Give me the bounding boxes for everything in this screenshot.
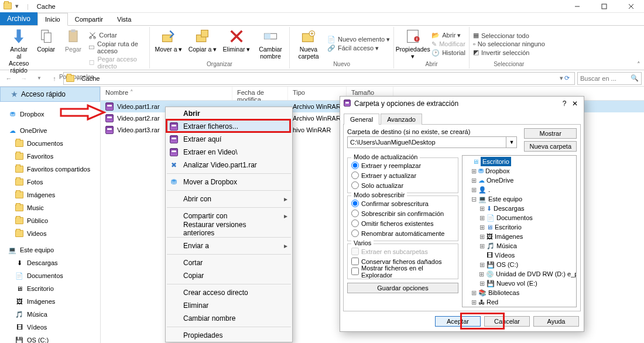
dropdown-icon[interactable]: ▾ bbox=[560, 74, 563, 82]
historial-button[interactable]: 🕑Historial bbox=[431, 49, 465, 57]
tab-general[interactable]: General bbox=[344, 114, 379, 125]
tree-dot[interactable]: ⊞👤. bbox=[464, 185, 575, 194]
sidebar-item[interactable]: Fotos bbox=[0, 176, 100, 188]
column-nombre[interactable]: Nombre ˄ bbox=[101, 87, 232, 100]
cambiar-nombre-button[interactable]: Cambiar nombre bbox=[255, 27, 286, 61]
maximize-button[interactable] bbox=[591, 0, 617, 13]
tree-documentos[interactable]: ⊞📄Documentos bbox=[464, 213, 575, 222]
sidebar-item[interactable]: Music bbox=[0, 201, 100, 214]
search-input[interactable]: Buscar en ... 🔍 bbox=[577, 72, 642, 85]
ctx-abrir[interactable]: Abrir bbox=[166, 107, 292, 120]
tree-onedrive[interactable]: ⊞☁OneDrive bbox=[464, 176, 575, 185]
tab-inicio[interactable]: Inicio bbox=[37, 13, 68, 26]
ctx-propiedades[interactable]: Propiedades bbox=[166, 329, 292, 342]
copiar-a-button[interactable]: Copiar a ▾ bbox=[187, 27, 218, 61]
tree-escritorio2[interactable]: ⊞🖥Escritorio bbox=[464, 222, 575, 232]
cortar-button[interactable]: Cortar bbox=[88, 31, 146, 39]
sidebar-item[interactable]: Videos bbox=[0, 227, 100, 240]
tree-nuevo-vol[interactable]: ⊞💾Nuevo vol (E:) bbox=[464, 279, 575, 288]
tree-imagenes[interactable]: ⊞🖼Imágenes bbox=[464, 232, 575, 241]
tree-musica[interactable]: ⊞🎵Música bbox=[464, 241, 575, 251]
tree-os[interactable]: ⊞💾OS (C:) bbox=[464, 260, 575, 269]
mostrar-button[interactable]: Mostrar bbox=[524, 128, 577, 139]
ctx-copiar[interactable]: Copiar bbox=[166, 269, 292, 282]
sidebar-item[interactable]: 💾OS (C:) bbox=[0, 334, 100, 343]
radio-solo-actualizar[interactable]: Solo actualizar bbox=[351, 180, 454, 190]
refresh-icon[interactable]: ⟳ bbox=[564, 74, 570, 82]
sidebar-item-onedrive[interactable]: ☁OneDrive bbox=[0, 124, 100, 137]
column-tipo[interactable]: Tipo bbox=[288, 87, 347, 100]
collapse-ribbon-icon[interactable]: ˄ bbox=[637, 61, 640, 68]
sidebar-item[interactable]: 🎞Vídeos bbox=[0, 321, 100, 334]
nueva-carpeta-button[interactable]: Nueva carpeta bbox=[293, 27, 324, 61]
ctx-cortar[interactable]: Cortar bbox=[166, 256, 292, 269]
copiar-ruta-button[interactable]: Copiar ruta de acceso bbox=[88, 40, 146, 54]
mover-button[interactable]: Mover a ▾ bbox=[153, 27, 184, 61]
ctx-cambiar-nombre[interactable]: Cambiar nombre bbox=[166, 312, 292, 325]
column-fecha[interactable]: Fecha de modifica... bbox=[232, 87, 288, 100]
check-subcarpetas[interactable]: Extraer en subcarpetas bbox=[351, 246, 454, 256]
help-icon[interactable]: ? bbox=[559, 100, 570, 108]
cancelar-button[interactable]: Cancelar bbox=[484, 316, 530, 327]
tree-dvd[interactable]: ⊞💿Unidad de DVD RW (D:) e_polish.e bbox=[464, 269, 575, 279]
ctx-restaurar[interactable]: Restaurar versiones anteriores bbox=[166, 222, 292, 235]
ctx-enviar[interactable]: Enviar a▸ bbox=[166, 239, 292, 252]
sidebar-item[interactable]: 🎵Música bbox=[0, 308, 100, 321]
radio-confirmar[interactable]: Confirmar sobrescritura bbox=[351, 198, 454, 208]
radio-extraer-actualizar[interactable]: Extraer y actualizar bbox=[351, 170, 454, 180]
caret-down-icon[interactable]: ▾ bbox=[15, 2, 23, 11]
ctx-mover-dropbox[interactable]: ⛃Mover a Dropbox bbox=[166, 176, 292, 188]
sidebar-item[interactable]: Documentos bbox=[0, 137, 100, 150]
sidebar-item[interactable]: ⬇Descargas bbox=[0, 256, 100, 269]
sidebar-item[interactable]: 🖥Escritorio bbox=[0, 282, 100, 295]
tab-vista[interactable]: Vista bbox=[110, 13, 138, 25]
ctx-crear-acceso[interactable]: Crear acceso directo bbox=[166, 286, 292, 299]
no-seleccionar-button[interactable]: ▫No seleccionar ninguno bbox=[473, 40, 545, 47]
tree-descargas[interactable]: ⊞⬇Descargas bbox=[464, 204, 575, 213]
ctx-extraer-ficheros[interactable]: Extraer ficheros... bbox=[166, 120, 292, 133]
abrir-button[interactable]: 📂Abrir ▾ bbox=[431, 32, 465, 39]
tree-este-equipo[interactable]: ⊟💻Este equipo bbox=[464, 194, 575, 204]
propiedades-button[interactable]: Propiedades ▾ bbox=[398, 27, 428, 61]
radio-extraer-reemplazar[interactable]: Extraer y reemplazar bbox=[351, 160, 454, 170]
ctx-abrir-con[interactable]: Abrir con▸ bbox=[166, 193, 292, 205]
close-icon[interactable]: ✕ bbox=[570, 100, 580, 108]
sidebar-item[interactable]: Imágenes bbox=[0, 188, 100, 201]
close-button[interactable] bbox=[618, 0, 644, 13]
minimize-button[interactable] bbox=[564, 0, 590, 13]
tree-dropbox[interactable]: ⊞⛃Dropbox bbox=[464, 166, 575, 176]
folder-tree[interactable]: 🖥Escritorio ⊞⛃Dropbox ⊞☁OneDrive ⊞👤. ⊟💻E… bbox=[462, 155, 577, 307]
sidebar-item[interactable]: Favoritos bbox=[0, 150, 100, 163]
ctx-extraer-aqui[interactable]: Extraer aquí bbox=[166, 133, 292, 146]
tree-red[interactable]: ⊞🖧Red bbox=[464, 297, 575, 307]
tree-bibliotecas[interactable]: ⊞📚Bibliotecas bbox=[464, 288, 575, 297]
tab-archivo[interactable]: Archivo bbox=[0, 12, 37, 25]
tab-avanzado[interactable]: Avanzado bbox=[381, 114, 422, 125]
ctx-extraer-en[interactable]: Extraer en Video\ bbox=[166, 146, 292, 159]
aceptar-button[interactable]: Aceptar bbox=[435, 316, 481, 327]
radio-omitir[interactable]: Omitir ficheros existentes bbox=[351, 218, 454, 228]
sidebar-item[interactable]: Favoritos compartidos bbox=[0, 163, 100, 176]
tab-compartir[interactable]: Compartir bbox=[68, 13, 110, 25]
nueva-carpeta-button[interactable]: Nueva carpeta bbox=[524, 141, 577, 152]
invertir-seleccion-button[interactable]: ◩Invertir selección bbox=[473, 49, 545, 56]
sidebar-item-quick-access[interactable]: ★Acceso rápido bbox=[0, 87, 100, 102]
ayuda-button[interactable]: Ayuda bbox=[533, 316, 579, 327]
anclar-button[interactable]: Anclar al Acceso rápido bbox=[7, 27, 30, 74]
tree-escritorio[interactable]: 🖥Escritorio bbox=[464, 157, 575, 166]
tree-videos[interactable]: 🎞Vídeos bbox=[464, 251, 575, 260]
ctx-eliminar[interactable]: Eliminar bbox=[166, 299, 292, 312]
sidebar-item[interactable]: 📄Documentos bbox=[0, 269, 100, 282]
eliminar-button[interactable]: Eliminar ▾ bbox=[221, 27, 252, 61]
sidebar-item-este-equipo[interactable]: 💻Este equipo bbox=[0, 243, 100, 256]
radio-renombrar[interactable]: Renombrar automáticamente bbox=[351, 228, 454, 238]
destination-input[interactable] bbox=[347, 136, 506, 148]
ctx-analizar[interactable]: ✖Analizar Video.part1.rar bbox=[166, 159, 292, 172]
sidebar-item[interactable]: 🖼Imágenes bbox=[0, 295, 100, 308]
dropdown-icon[interactable]: ▼ bbox=[506, 136, 517, 148]
copiar-button[interactable]: Copiar bbox=[34, 27, 57, 74]
facil-acceso-button[interactable]: 🔗Fácil acceso ▾ bbox=[327, 44, 390, 52]
check-mostrar-explorador[interactable]: Mostrar ficheros en el Explorador bbox=[351, 266, 454, 276]
sidebar-item[interactable]: Público bbox=[0, 214, 100, 227]
seleccionar-todo-button[interactable]: ▦Seleccionar todo bbox=[473, 32, 545, 39]
